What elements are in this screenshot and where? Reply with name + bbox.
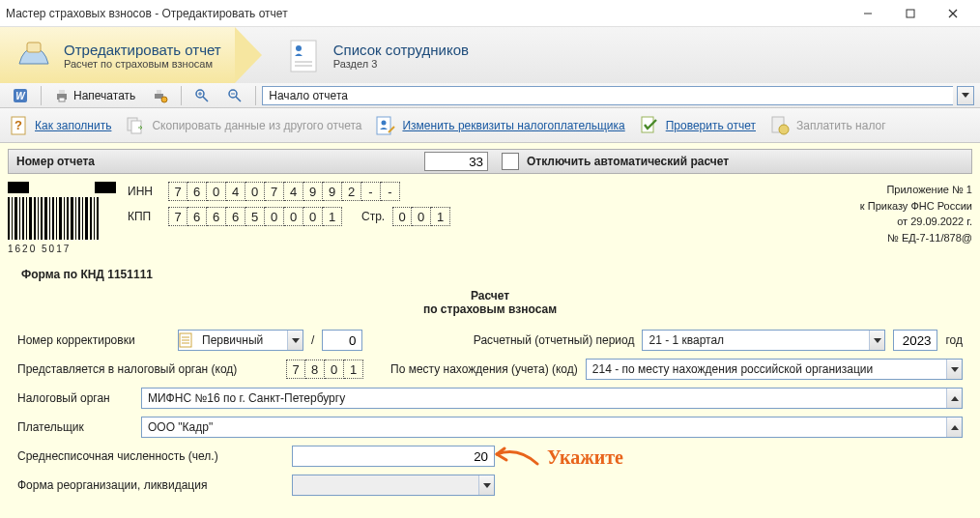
svg-rect-13 [59,98,65,101]
svg-rect-47 [56,197,57,240]
word-export-button[interactable]: W [6,85,35,106]
headcount-label: Среднесписочная численность (чел.) [17,449,284,463]
page-label: Стр. [361,210,385,223]
wizard-step-employees-subtitle: Раздел 3 [333,58,469,70]
svg-rect-4 [27,43,41,52]
svg-rect-58 [97,197,99,240]
svg-line-22 [236,97,241,101]
period-combo[interactable]: 21 - 1 квартал [642,330,885,351]
wizard-step-edit[interactable]: Отредактировать отчет Расчет по страховы… [0,27,235,83]
place-text: 214 - по месту нахождения российской орг… [587,362,946,376]
zoom-in-button[interactable] [187,85,216,106]
taxpayer-ids: ИНН 76 04 07 49 92 -- КПП 76 66 50 00 1 [122,182,798,254]
disable-auto-label: Отключить автоматический расчет [527,155,729,168]
print-button[interactable]: Напечатать [47,85,142,106]
how-to-fill-label: Как заполнить [35,119,111,132]
change-requisites-button[interactable]: Изменить реквизиты налогоплательщика [371,113,628,138]
employees-icon [283,35,324,75]
year-label: год [945,333,963,347]
tax-org-combo[interactable]: МИФНС №16 по г. Санкт-Петербургу [141,388,963,409]
svg-rect-56 [90,197,92,240]
annotation-text: Укажите [547,446,623,469]
svg-rect-1 [907,10,914,17]
svg-point-16 [161,97,167,102]
correction-number-input[interactable] [322,330,362,351]
correction-type-combo[interactable]: Первичный [178,330,303,351]
window-controls [847,3,974,24]
svg-rect-43 [41,197,43,240]
copy-data-label: Скопировать данные из другого отчета [152,119,361,132]
report-number-input[interactable] [424,152,488,171]
toolbar-separator [41,86,42,105]
print-settings-button[interactable] [146,85,175,106]
headcount-input[interactable] [292,446,495,467]
svg-rect-36 [14,197,17,240]
window-title: Мастер страховых взносов - Отредактирова… [6,7,847,20]
chevron-up-icon [951,425,959,430]
svg-rect-34 [8,197,10,240]
section-combo-text: Начало отчета [263,89,953,102]
svg-rect-54 [82,197,83,240]
arrow-icon [491,445,539,470]
printer-icon [54,88,70,103]
check-report-button[interactable]: Проверить отчет [635,113,760,138]
section-combo[interactable]: Начало отчета [262,86,953,105]
svg-rect-45 [49,197,50,240]
maximize-button[interactable] [889,3,932,24]
inn-cells[interactable]: 76 04 07 49 92 -- [168,182,400,201]
svg-rect-51 [71,197,73,240]
svg-point-6 [296,45,302,51]
kpp-cells[interactable]: 76 66 50 00 1 [168,207,342,226]
inn-label: ИНН [128,185,160,198]
annotation-specify: Укажите [491,445,623,470]
minimize-button[interactable] [847,3,889,24]
pay-tax-label: Заплатить налог [796,119,886,132]
tax-org-text: МИФНС №16 по г. Санкт-Петербургу [142,391,946,405]
svg-rect-12 [59,90,65,94]
sheet-check-icon [639,115,660,136]
disable-auto-checkbox[interactable] [502,153,519,170]
knd-code: Форма по КНД 1151111 [21,268,972,281]
svg-rect-38 [22,197,24,240]
chevron-down-icon [951,367,959,372]
pay-tax-button: Заплатить налог [765,113,890,138]
printer-gear-icon [153,88,168,103]
period-label: Расчетный (отчетный) период [474,333,635,347]
svg-rect-40 [29,197,32,240]
chevron-down-icon [874,338,881,343]
place-combo[interactable]: 214 - по месту нахождения российской орг… [586,359,963,380]
document-icon [179,332,192,348]
svg-rect-15 [157,90,161,94]
correction-label: Номер корректировки [17,333,170,347]
tax-code-label: Представляется в налоговый орган (код) [17,362,278,376]
chevron-down-icon [292,338,300,343]
reorg-combo[interactable] [292,475,495,496]
tax-org-label: Налоговый орган [17,391,133,405]
period-text: 21 - 1 квартал [643,333,869,347]
svg-rect-42 [38,197,39,240]
reorg-label: Форма реорганизации, ликвидация [17,478,284,492]
help-sheet-icon: ? [10,115,29,136]
change-requisites-label: Изменить реквизиты налогоплательщика [402,119,624,132]
svg-rect-49 [64,197,65,240]
svg-text:W: W [15,91,26,101]
zoom-out-button[interactable] [220,85,249,106]
wizard-step-employees[interactable]: Список сотрудников Раздел 3 [235,27,482,83]
svg-rect-50 [67,197,69,240]
page-cells: 001 [392,207,450,226]
how-to-fill-button[interactable]: ? Как заполнить [6,113,115,138]
section-combo-dropdown-button[interactable] [957,86,974,105]
year-input[interactable] [893,330,937,351]
zoom-out-icon [227,88,243,103]
chevron-down-icon [962,93,969,98]
person-edit-icon [375,115,396,136]
payer-text: ООО "Кадр" [142,420,946,434]
tax-code-cells[interactable]: 78 01 [286,360,363,379]
close-button[interactable] [932,3,974,24]
svg-rect-48 [59,197,62,240]
edit-report-icon [14,35,54,75]
wizard-step-employees-title: Список сотрудников [333,42,469,58]
wizard-step-edit-subtitle: Расчет по страховым взносам [64,58,221,70]
toolbar-separator [181,86,182,105]
payer-combo[interactable]: ООО "Кадр" [141,417,963,438]
